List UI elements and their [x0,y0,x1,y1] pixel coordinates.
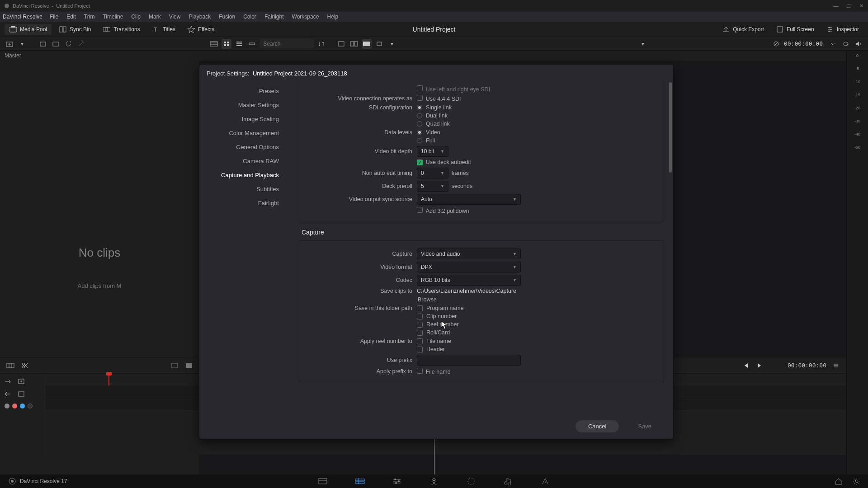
boring-detector-icon[interactable] [5,361,15,371]
cut-page-icon[interactable] [355,476,365,486]
deliver-page-icon[interactable] [540,476,550,486]
aspect-dropdown-icon[interactable]: ▾ [387,39,397,49]
input-use-prefix[interactable] [417,355,521,366]
scrollbar[interactable] [669,82,672,254]
radio-quad-link[interactable] [417,121,422,127]
select-non-auto-edit[interactable]: 0▼ [417,168,448,178]
marker-black-icon[interactable] [28,404,33,408]
cancel-button[interactable]: Cancel [576,420,619,432]
single-viewer-icon[interactable] [336,39,346,49]
browse-button[interactable]: Browse [418,296,437,303]
timecode-menu-icon[interactable] [828,39,838,49]
overwrite-icon[interactable] [184,361,194,371]
window-minimize-icon[interactable]: — [833,3,839,9]
split-clip-icon[interactable] [20,361,30,371]
menu-playback[interactable]: Playback [185,13,214,21]
menu-edit[interactable]: Edit [63,13,80,21]
bin-icon-2[interactable] [51,39,61,49]
strip-view-icon[interactable] [247,39,257,49]
category-general-options[interactable]: General Options [199,140,290,154]
fairlight-page-icon[interactable] [503,476,513,486]
toolbar-effects[interactable]: Effects [183,24,219,35]
category-presets[interactable]: Presets [199,84,290,98]
media-page-icon[interactable] [318,476,328,486]
menu-help[interactable]: Help [323,13,342,21]
next-edit-icon[interactable] [755,361,765,371]
menu-fusion[interactable]: Fusion [215,13,239,21]
window-close-icon[interactable]: ✕ [858,3,864,9]
fusion-page-icon[interactable] [429,476,439,486]
breadcrumb-master[interactable]: Master [0,51,868,61]
close-up-icon[interactable] [16,376,26,386]
source-tape-icon[interactable] [362,39,372,49]
select-video-bit-depth[interactable]: 10 bit▼ [417,146,448,157]
checkbox-reel-filename[interactable] [417,338,423,344]
settings-gear-icon[interactable] [852,476,862,486]
dropdown-icon[interactable]: ▾ [17,39,27,49]
import-media-icon[interactable] [5,39,14,49]
menu-timeline[interactable]: Timeline [99,13,127,21]
checkbox-roll-card[interactable] [417,330,423,336]
radio-video-levels[interactable] [417,130,422,135]
marker-red-icon[interactable] [12,404,17,408]
toolbar-inspector[interactable]: Inspector [821,24,863,35]
category-master-settings[interactable]: Master Settings [199,98,290,112]
menu-clip[interactable]: Clip [127,13,144,21]
marker-blue-icon[interactable] [20,404,25,408]
bin-icon-1[interactable] [38,39,48,49]
category-color-management[interactable]: Color Management [199,126,290,140]
app-menu[interactable]: DaVinci Resolve [3,14,42,20]
prev-edit-icon[interactable] [741,361,750,371]
loop-icon[interactable] [841,39,851,49]
checkbox-prefix-filename[interactable] [417,368,423,374]
insert-icon[interactable] [170,361,179,371]
list-view-icon[interactable] [234,39,244,49]
menu-color[interactable]: Color [240,13,260,21]
select-deck-preroll[interactable]: 5▼ [417,181,448,192]
select-video-format[interactable]: DPX▼ [417,262,521,272]
radio-full-levels[interactable] [417,138,422,143]
ripple-overwrite-icon[interactable] [3,376,13,386]
timeline-menu-icon[interactable] [831,361,841,371]
toolbar-titles[interactable]: T Titles [147,24,180,35]
category-image-scaling[interactable]: Image Scaling [199,112,290,126]
category-fairlight[interactable]: Fairlight [199,196,290,210]
menu-trim[interactable]: Trim [80,13,99,21]
window-maximize-icon[interactable]: ☐ [845,3,852,9]
radio-single-link[interactable] [417,105,422,110]
search-input[interactable] [259,39,314,48]
radio-dual-link[interactable] [417,113,422,118]
refresh-icon[interactable] [63,39,73,49]
marker-gray-icon[interactable] [5,404,9,408]
dual-viewer-icon[interactable] [349,39,359,49]
toolbar-sync-bin[interactable]: Sync Bin [54,24,95,35]
select-capture-mode[interactable]: Video and audio▼ [417,249,521,259]
category-capture-playback[interactable]: Capture and Playback [199,168,290,182]
toolbar-quick-export[interactable]: Quick Export [717,24,769,35]
checkbox-deck-autoedit[interactable]: ✓ [417,160,423,165]
speaker-icon[interactable] [854,39,863,49]
category-subtitles[interactable]: Subtitles [199,182,290,196]
color-page-icon[interactable] [466,476,476,486]
toolbar-transitions[interactable]: Transitions [98,24,144,35]
place-on-top-icon[interactable] [3,389,13,399]
checkbox-clip-number[interactable] [417,314,423,319]
film-strip-icon[interactable] [209,39,219,49]
menu-file[interactable]: File [46,13,62,21]
source-overwrite-icon[interactable] [16,389,26,399]
menu-fairlight[interactable]: Fairlight [261,13,288,21]
sort-icon[interactable] [316,39,326,49]
toolbar-full-screen[interactable]: Full Screen [771,24,819,35]
home-icon[interactable] [834,476,844,486]
checkbox-program-name[interactable] [417,305,423,311]
menu-workspace[interactable]: Workspace [288,13,323,21]
select-codec[interactable]: RGB 10 bits▼ [417,275,521,286]
chevron-down-icon[interactable]: ▾ [638,39,648,49]
checkbox-reel-number[interactable] [417,322,423,328]
menu-mark[interactable]: Mark [145,13,165,21]
thumbnail-view-icon[interactable] [222,39,231,49]
playhead-indicator[interactable] [108,374,109,385]
bypass-icon[interactable] [771,39,781,49]
category-camera-raw[interactable]: Camera RAW [199,154,290,168]
checkbox-use-444-sdi[interactable] [417,95,423,101]
